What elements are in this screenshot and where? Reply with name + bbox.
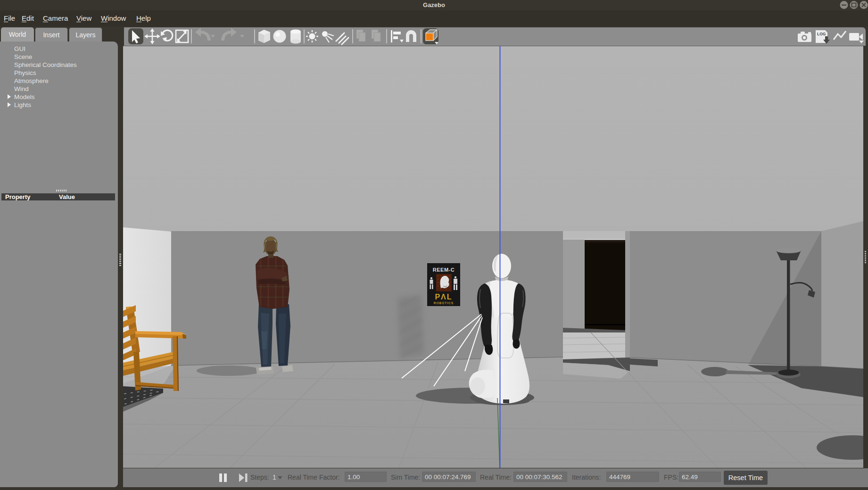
svg-text:PΛL: PΛL bbox=[435, 293, 452, 301]
svg-text:REEM-C: REEM-C bbox=[433, 267, 455, 273]
svg-text:LOG: LOG bbox=[817, 32, 826, 36]
svg-text:ROBOTICS: ROBOTICS bbox=[434, 301, 454, 305]
